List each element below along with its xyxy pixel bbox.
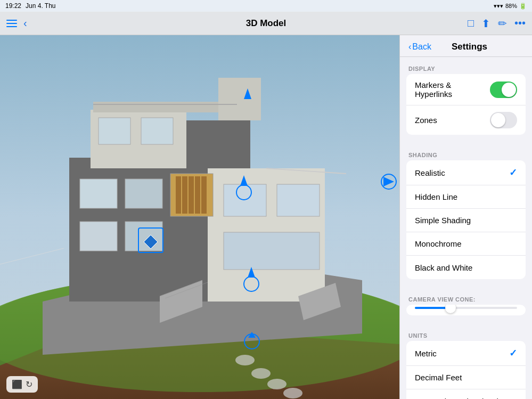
book-button[interactable]: □ [468, 17, 474, 29]
simple-shading-row[interactable]: Simple Shading [406, 209, 526, 232]
metric-label: Metric [415, 349, 437, 358]
feet-fractional-label: Feet and Fractional Inches [415, 397, 510, 400]
status-right: ▾▾▾ 88% 🔋 [494, 3, 527, 10]
settings-panel: ‹ Back Settings DISPLAY Markers & Hyperl… [399, 35, 532, 399]
monochrome-label: Monochrome [415, 239, 462, 248]
svg-rect-12 [125, 179, 162, 208]
svg-rect-20 [201, 176, 207, 214]
svg-point-35 [267, 379, 287, 389]
back-button[interactable]: ‹ [23, 17, 27, 29]
hidden-line-row[interactable]: Hidden Line [406, 185, 526, 209]
3d-view[interactable]: ⬛ ↻ [0, 35, 399, 399]
svg-rect-18 [189, 176, 194, 214]
svg-point-36 [283, 388, 302, 398]
camera-cone-slider[interactable] [445, 305, 456, 313]
camera-cone-slider-track [415, 307, 517, 309]
markers-hyperlinks-toggle[interactable] [490, 82, 517, 98]
section-header-display: DISPLAY [400, 57, 532, 74]
wifi-icon: ▾▾▾ [494, 3, 503, 10]
svg-point-33 [235, 355, 255, 365]
battery-text: 88% [505, 3, 517, 9]
view-toolbar: ⬛ ↻ [6, 376, 38, 393]
rotate-button[interactable]: ↻ [26, 379, 32, 389]
svg-rect-24 [277, 184, 320, 216]
screen-mode-button[interactable]: ⬛ [12, 379, 22, 389]
zones-row: Zones [406, 105, 526, 135]
svg-rect-8 [186, 120, 250, 168]
zones-label: Zones [415, 116, 437, 125]
hidden-line-label: Hidden Line [415, 192, 457, 201]
decimal-feet-row[interactable]: Decimal Feet [406, 366, 526, 389]
pencil-icon: ✏ [498, 17, 507, 30]
svg-rect-22 [141, 118, 173, 144]
camera-cone-slider-container [406, 305, 526, 315]
units-group: Metric ✓ Decimal Feet Feet and Fractiona… [406, 341, 526, 399]
section-header-shading: SHADING [400, 143, 532, 160]
house-scene-svg [0, 35, 399, 399]
svg-rect-13 [80, 222, 117, 251]
book-icon: □ [468, 17, 474, 29]
status-bar: 19:22 Jun 4. Thu ▾▾▾ 88% 🔋 [0, 0, 532, 12]
top-bar-left: ‹ [6, 17, 27, 29]
svg-rect-14 [125, 222, 162, 251]
realistic-label: Realistic [415, 168, 445, 177]
section-header-units: UNITS [400, 324, 532, 341]
back-label: Back [412, 42, 431, 52]
realistic-row[interactable]: Realistic ✓ [406, 160, 526, 185]
top-bar: ‹ 3D Model □ ⬆ ✏ ••• [0, 12, 532, 35]
toggle-thumb [502, 83, 516, 97]
status-date: Jun 4. Thu [26, 2, 55, 10]
settings-header: ‹ Back Settings [400, 35, 532, 57]
share-icon: ⬆ [481, 17, 490, 30]
section-header-camera: CAMERA VIEW CONE: [400, 288, 532, 305]
shading-group: Realistic ✓ Hidden Line Simple Shading M… [406, 160, 526, 279]
black-and-white-row[interactable]: Black and White [406, 256, 526, 279]
status-time: 19:22 [5, 2, 21, 10]
svg-rect-11 [80, 179, 117, 208]
back-chevron-icon: ‹ [23, 17, 27, 29]
top-bar-right: □ ⬆ ✏ ••• [468, 17, 526, 30]
svg-rect-16 [176, 176, 181, 214]
page-title: 3D Model [246, 18, 287, 29]
share-button[interactable]: ⬆ [481, 17, 490, 30]
menu-icon [6, 20, 17, 27]
camera-cone-group [406, 305, 526, 315]
decimal-feet-label: Decimal Feet [415, 373, 462, 382]
status-left: 19:22 Jun 4. Thu [5, 2, 56, 10]
more-button[interactable]: ••• [514, 17, 526, 29]
more-icon: ••• [514, 17, 526, 29]
metric-checkmark: ✓ [509, 347, 517, 359]
settings-title: Settings [431, 42, 508, 52]
monochrome-row[interactable]: Monochrome [406, 232, 526, 256]
rotate-icon: ↻ [26, 380, 32, 389]
svg-rect-25 [224, 232, 320, 270]
svg-rect-10 [218, 78, 261, 120]
realistic-checkmark: ✓ [509, 167, 517, 178]
menu-button[interactable] [6, 20, 17, 27]
settings-back-button[interactable]: ‹ Back [408, 42, 431, 52]
zones-toggle[interactable] [490, 112, 517, 128]
markers-hyperlinks-label: Markers & Hyperlinks [415, 80, 490, 99]
svg-rect-19 [195, 176, 200, 214]
black-and-white-label: Black and White [415, 263, 472, 272]
pencil-button[interactable]: ✏ [498, 17, 507, 30]
back-chevron-icon: ‹ [408, 42, 411, 52]
svg-rect-17 [182, 176, 187, 214]
markers-hyperlinks-row: Markers & Hyperlinks [406, 74, 526, 105]
feet-fractional-row[interactable]: Feet and Fractional Inches [406, 389, 526, 399]
svg-point-34 [251, 368, 271, 379]
metric-row[interactable]: Metric ✓ [406, 341, 526, 366]
toggle-thumb [491, 113, 505, 127]
battery-icon: 🔋 [519, 3, 527, 10]
screen-icon: ⬛ [12, 380, 22, 389]
svg-rect-21 [99, 118, 130, 144]
simple-shading-label: Simple Shading [415, 216, 471, 225]
svg-rect-23 [224, 184, 266, 216]
svg-rect-9 [93, 102, 237, 112]
display-group: Markers & Hyperlinks Zones [406, 74, 526, 135]
